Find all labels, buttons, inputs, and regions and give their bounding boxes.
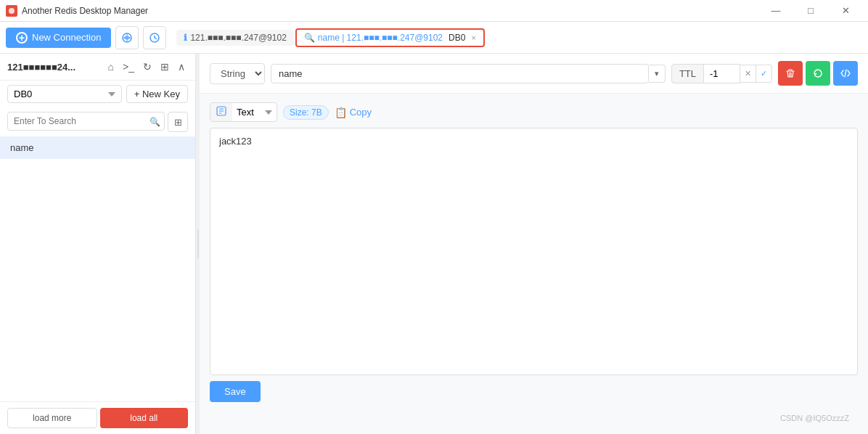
- tabs-area: ℹ 121.■■■.■■■.247@9102 🔍 name | 121.■■■.…: [171, 28, 862, 47]
- close-tab-icon[interactable]: ×: [471, 33, 475, 42]
- resize-handle[interactable]: [196, 54, 200, 434]
- ttl-group: TTL ✕ ✓: [671, 64, 772, 83]
- delete-key-button[interactable]: [778, 61, 803, 86]
- load-all-button[interactable]: load all: [100, 408, 189, 428]
- sidebar: 121■■■■■■24... ⌂ >_ ↻ ⊞ ∧ DB0 DB1 DB2 + …: [0, 54, 196, 434]
- search-icon: 🔍: [150, 117, 160, 127]
- format-select[interactable]: Text JSON Hex: [232, 104, 277, 120]
- minimize-button[interactable]: —: [759, 0, 793, 22]
- terminal-icon-button[interactable]: >_: [120, 60, 137, 74]
- home-icon-button[interactable]: ⌂: [105, 60, 117, 74]
- refresh-icon-button[interactable]: ↻: [140, 60, 155, 74]
- save-row: Save: [210, 381, 858, 405]
- key-tab[interactable]: 🔍 name | 121.■■■.■■■.247@9102 DB0 ×: [295, 28, 485, 47]
- format-select-wrap: Text JSON Hex: [210, 102, 277, 122]
- new-connection-button[interactable]: + New Connection: [6, 28, 111, 48]
- clock-icon-button[interactable]: [143, 26, 166, 49]
- info-icon: ℹ: [184, 33, 187, 43]
- new-key-label: + New Key: [134, 89, 180, 99]
- key-name-input[interactable]: [271, 64, 649, 83]
- collapse-icon-button[interactable]: ∧: [175, 60, 188, 74]
- db-badge: DB0: [449, 33, 465, 43]
- main-content: String List Hash Set ZSet ▾ TTL ✕ ✓: [200, 54, 868, 434]
- server-tab-label: 121.■■■.■■■.247@9102: [190, 33, 286, 43]
- body: 121■■■■■■24... ⌂ >_ ↻ ⊞ ∧ DB0 DB1 DB2 + …: [0, 54, 868, 434]
- ttl-label: TTL: [671, 64, 704, 83]
- new-connection-label: New Connection: [32, 32, 101, 43]
- size-badge: Size: 7B: [283, 105, 329, 120]
- key-dropdown-button[interactable]: ▾: [649, 65, 666, 83]
- db-select[interactable]: DB0 DB1 DB2: [7, 85, 122, 103]
- copy-button[interactable]: 📋 Copy: [335, 107, 372, 118]
- top-bar: + New Connection ℹ 121.■■■: [0, 22, 868, 54]
- value-toolbar: Text JSON Hex Size: 7B 📋 Copy: [210, 102, 858, 122]
- watermark: CSDN @IQ5OzzzZ: [210, 411, 858, 425]
- save-button[interactable]: Save: [210, 381, 261, 402]
- search-row: 🔍 ⊞: [0, 107, 195, 136]
- svg-line-6: [155, 38, 157, 39]
- grid-icon-button[interactable]: ⊞: [157, 60, 172, 74]
- close-button[interactable]: ✕: [829, 0, 862, 22]
- refresh-key-button[interactable]: [806, 61, 830, 86]
- app-title: Another Redis Desktop Manager: [22, 6, 148, 16]
- key-tab-label: name | 121.■■■.■■■.247@9102: [318, 33, 443, 43]
- title-bar: Another Redis Desktop Manager — □ ✕: [0, 0, 868, 22]
- connection-icon-button[interactable]: [115, 26, 139, 49]
- plus-circle-icon: +: [16, 32, 28, 44]
- ttl-input[interactable]: [704, 64, 740, 83]
- ttl-close-button[interactable]: ✕: [740, 65, 756, 83]
- maximize-button[interactable]: □: [794, 0, 827, 22]
- format-icon: [210, 103, 232, 121]
- db-row: DB0 DB1 DB2 + New Key: [0, 81, 195, 107]
- list-item[interactable]: name: [0, 136, 195, 159]
- svg-point-0: [9, 8, 15, 14]
- app-layout: + New Connection ℹ 121.■■■: [0, 22, 868, 434]
- type-select[interactable]: String List Hash Set ZSet: [210, 63, 265, 84]
- app-icon: [6, 5, 17, 17]
- ttl-confirm-button[interactable]: ✓: [756, 65, 772, 83]
- action-buttons: [778, 61, 858, 86]
- search-input[interactable]: [7, 112, 165, 131]
- window-controls: — □ ✕: [759, 0, 862, 22]
- key-toolbar: String List Hash Set ZSet ▾ TTL ✕ ✓: [200, 54, 868, 94]
- new-key-button[interactable]: + New Key: [126, 85, 188, 103]
- key-list: name: [0, 136, 195, 401]
- title-bar-left: Another Redis Desktop Manager: [6, 5, 148, 17]
- search-icon: 🔍: [304, 33, 315, 43]
- sidebar-header: 121■■■■■■24... ⌂ >_ ↻ ⊞ ∧: [0, 54, 195, 81]
- connection-name: 121■■■■■■24...: [7, 62, 75, 73]
- server-tab[interactable]: ℹ 121.■■■.■■■.247@9102: [176, 30, 293, 46]
- copy-icon: 📋: [335, 107, 347, 118]
- sidebar-footer: load more load all: [0, 401, 195, 434]
- search-grid-button[interactable]: ⊞: [168, 112, 188, 132]
- value-area: Text JSON Hex Size: 7B 📋 Copy jack123 Sa…: [200, 94, 868, 434]
- sidebar-actions: ⌂ >_ ↻ ⊞ ∧: [105, 60, 188, 74]
- search-input-wrap: 🔍: [7, 112, 165, 132]
- load-more-button[interactable]: load more: [7, 408, 97, 428]
- code-view-button[interactable]: [833, 61, 858, 86]
- copy-label: Copy: [350, 107, 372, 118]
- value-textarea[interactable]: jack123: [210, 128, 858, 375]
